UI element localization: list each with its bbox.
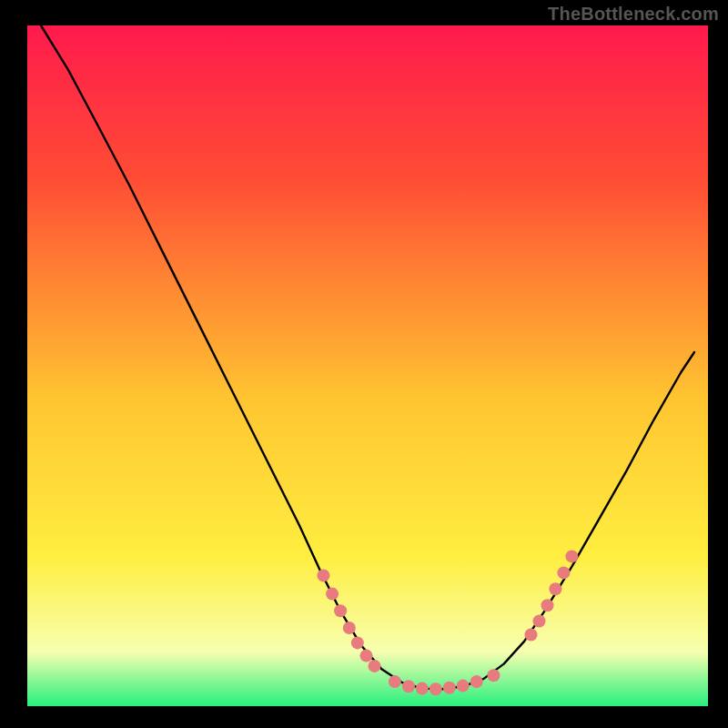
marker-dot: [549, 582, 561, 595]
marker-dot: [541, 599, 554, 612]
marker-dot: [416, 682, 429, 695]
marker-dot: [389, 675, 401, 688]
plot-background: [27, 25, 708, 706]
marker-dot: [360, 650, 373, 662]
marker-dot: [443, 682, 456, 694]
marker-dot: [343, 622, 356, 634]
marker-dot: [565, 550, 578, 562]
marker-dot: [457, 680, 470, 693]
marker-dot: [487, 669, 500, 682]
marker-dot: [402, 680, 415, 693]
marker-dot: [470, 675, 483, 688]
marker-dot: [557, 566, 570, 579]
bottleneck-chart: [0, 0, 728, 728]
marker-dot: [533, 615, 546, 628]
chart-root: TheBottleneck.com: [0, 0, 728, 728]
marker-dot: [525, 629, 538, 642]
watermark-text: TheBottleneck.com: [548, 4, 719, 25]
marker-dot: [430, 682, 442, 695]
marker-dot: [351, 636, 364, 649]
marker-dot: [317, 569, 329, 581]
marker-dot: [334, 604, 347, 617]
marker-dot: [326, 588, 339, 601]
marker-dot: [369, 660, 381, 672]
